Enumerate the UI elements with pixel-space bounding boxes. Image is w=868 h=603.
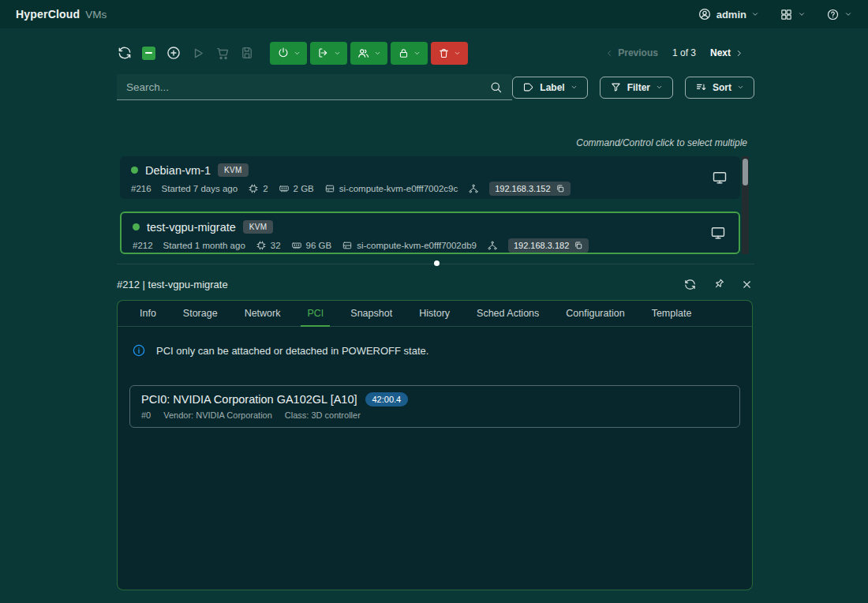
topbar-menus: admin (698, 7, 852, 21)
label-button[interactable]: Label (512, 77, 587, 99)
chevron-down-icon (294, 50, 301, 57)
tab-sched-actions[interactable]: Sched Actions (477, 301, 539, 326)
chevron-down-icon (571, 84, 578, 91)
vm-id: #212 (133, 241, 153, 250)
vnc-console-button[interactable] (710, 225, 726, 241)
vm-host: si-compute-kvm-e0fff7002db9 (342, 240, 477, 251)
refresh-icon (117, 45, 133, 61)
vm-id: #216 (131, 184, 152, 193)
breadcrumb: HyperCloud VMs (16, 8, 107, 21)
vm-actions-toolbar: Previous 1 of 3 Next (117, 41, 754, 65)
apps-menu[interactable] (780, 8, 806, 21)
list-scrollbar[interactable] (742, 156, 749, 254)
lock-actions-button[interactable] (391, 42, 428, 65)
help-menu[interactable] (826, 8, 852, 21)
ownership-actions-button[interactable] (350, 42, 387, 65)
search-input-wrapper (117, 74, 512, 100)
tag-icon (522, 81, 534, 93)
chevron-down-icon (844, 10, 852, 18)
tab-pci[interactable]: PCI (307, 301, 324, 326)
vm-row-meta-line: #212 Started 1 month ago 32 96 GB si-com… (133, 238, 728, 253)
plus-circle-icon (166, 45, 181, 61)
host-icon (324, 183, 335, 194)
pci-address-badge: 42:00.4 (365, 392, 409, 406)
power-actions-button[interactable] (270, 42, 307, 65)
vm-hypervisor-badge: KVM (243, 220, 274, 234)
memory-icon (291, 240, 302, 251)
search-icon[interactable] (489, 81, 503, 94)
apps-grid-icon (780, 8, 793, 21)
next-page-button[interactable]: Next (710, 47, 743, 58)
tab-snapshot[interactable]: Snapshot (350, 301, 392, 326)
vm-cpu: 2 (248, 183, 268, 194)
chevron-down-icon (374, 50, 381, 57)
cpu-icon (248, 183, 259, 194)
previous-page-button[interactable]: Previous (605, 47, 658, 58)
previous-page-label: Previous (618, 47, 658, 58)
host-icon (342, 240, 353, 251)
deploy-button[interactable] (191, 46, 206, 61)
user-icon (698, 7, 712, 21)
help-icon (826, 8, 840, 21)
vm-row-title-line: test-vgpu-migrate KVM (133, 220, 728, 234)
vm-ip-copy[interactable]: 192.168.3.182 (508, 238, 589, 253)
pci-device-index: #0 (141, 410, 151, 420)
close-icon (741, 279, 753, 290)
carousel-dot[interactable] (434, 260, 440, 266)
filter-button[interactable]: Filter (600, 77, 673, 99)
sort-button[interactable]: Sort (685, 77, 754, 99)
info-icon (132, 343, 146, 358)
tab-configuration[interactable]: Configuration (566, 301, 624, 326)
pagination: Previous 1 of 3 Next (605, 47, 743, 58)
network-icon (468, 183, 479, 194)
list-filter-buttons: Label Filter Sort (512, 77, 754, 99)
pci-device-meta: #0 Vendor: NVIDIA Corporation Class: 3D … (141, 410, 728, 420)
detail-close-button[interactable] (741, 279, 753, 290)
multi-select-hint: Command/Control click to select multiple (117, 137, 747, 148)
pin-icon (713, 278, 725, 290)
vm-row-test-vgpu-migrate[interactable]: test-vgpu-migrate KVM #212 Started 1 mon… (120, 212, 740, 254)
delete-actions-button[interactable] (431, 42, 468, 65)
detail-refresh-button[interactable] (683, 278, 697, 291)
topbar: HyperCloud VMs admin (0, 0, 868, 28)
copy-icon (556, 184, 565, 193)
search-input[interactable] (126, 81, 489, 93)
migrate-icon (317, 47, 330, 59)
migrate-actions-button[interactable] (310, 42, 347, 65)
detail-pin-button[interactable] (713, 278, 725, 290)
monitor-icon (712, 170, 728, 185)
save-button[interactable] (240, 46, 254, 60)
tab-history[interactable]: History (419, 301, 450, 326)
chevron-left-icon (605, 49, 614, 58)
tab-network[interactable]: Network (245, 301, 281, 326)
create-vm-button[interactable] (166, 45, 181, 61)
tab-storage[interactable]: Storage (183, 301, 218, 326)
play-icon (191, 46, 206, 61)
detail-tabs: Info Storage Network PCI Snapshot Histor… (118, 301, 752, 327)
detail-header-actions (683, 278, 753, 291)
monitor-icon (710, 225, 726, 241)
vm-ip-copy[interactable]: 192.168.3.152 (489, 182, 570, 196)
chevron-down-icon (334, 50, 341, 57)
vnc-console-button[interactable] (712, 170, 728, 185)
cart-button[interactable] (215, 46, 230, 61)
vm-detail-panel: Info Storage Network PCI Snapshot Histor… (117, 300, 753, 590)
lock-icon (398, 47, 410, 59)
chevron-down-icon (751, 10, 759, 18)
save-icon (240, 46, 254, 60)
vm-row-debian-vm-1[interactable]: Debian-vm-1 KVM #216 Started 7 days ago … (120, 156, 740, 199)
list-scrollbar-thumb[interactable] (743, 159, 748, 185)
next-page-label: Next (710, 47, 731, 58)
vm-started: Started 1 month ago (163, 241, 245, 250)
chevron-down-icon (656, 84, 663, 91)
vm-status-dot (133, 223, 140, 230)
user-menu[interactable]: admin (698, 7, 759, 21)
select-all-checkbox[interactable] (142, 47, 155, 60)
refresh-button[interactable] (117, 45, 133, 61)
tab-template[interactable]: Template (652, 301, 692, 326)
vm-host: si-compute-kvm-e0fff7002c9c (324, 183, 458, 194)
chevron-down-icon (413, 50, 421, 57)
tab-info[interactable]: Info (140, 301, 156, 326)
cart-icon (215, 46, 230, 61)
vm-hypervisor-badge: KVM (218, 163, 249, 177)
